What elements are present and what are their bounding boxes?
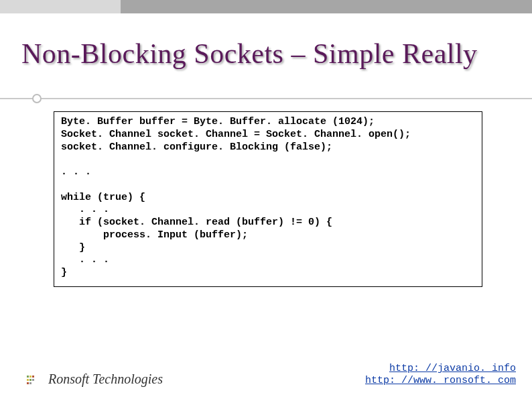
top-band-dark [121, 0, 532, 13]
code-block: Byte. Buffer buffer = Byte. Buffer. allo… [54, 111, 482, 287]
underline-dot-icon [32, 94, 42, 103]
footer-links: http: //javanio. info http: //www. ronso… [365, 363, 516, 387]
top-band-light [0, 0, 121, 13]
top-decor-band [0, 0, 532, 13]
svg-rect-1 [29, 376, 31, 378]
svg-rect-4 [29, 379, 31, 381]
slide-title: Non-Blocking Sockets – Simple Really [21, 38, 519, 70]
footer-link-1[interactable]: http: //javanio. info [389, 363, 516, 374]
svg-rect-2 [32, 376, 34, 378]
footer-link-2[interactable]: http: //www. ronsoft. com [365, 375, 516, 386]
svg-rect-3 [27, 379, 29, 381]
code-text: Byte. Buffer buffer = Byte. Buffer. allo… [61, 116, 475, 280]
svg-rect-6 [27, 382, 29, 384]
logo-icon [27, 374, 42, 386]
svg-rect-0 [27, 376, 29, 378]
svg-rect-5 [32, 379, 34, 381]
svg-rect-7 [29, 382, 31, 384]
footer-company: Ronsoft Technologies [48, 372, 163, 387]
footer-left: Ronsoft Technologies [27, 372, 163, 387]
underline-rule [0, 98, 532, 99]
footer: Ronsoft Technologies http: //javanio. in… [0, 363, 532, 387]
